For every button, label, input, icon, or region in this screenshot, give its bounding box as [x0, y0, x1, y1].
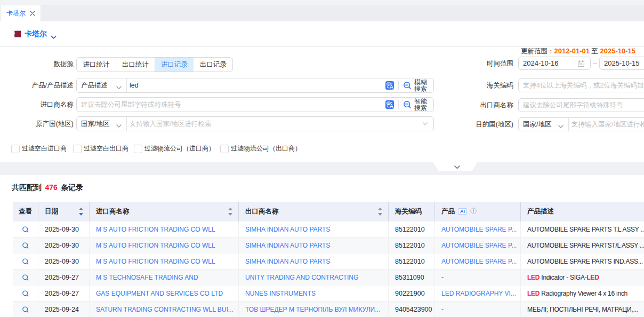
exporter-sorter-icon[interactable] — [378, 207, 382, 217]
exporter-link[interactable]: SIMHA INDIAN AUTO PARTS — [245, 258, 330, 265]
view-record-icon[interactable] — [13, 286, 38, 301]
product-input[interactable] — [127, 79, 385, 92]
collapse-handle[interactable] — [433, 162, 478, 171]
view-record-icon[interactable] — [13, 302, 38, 317]
origin-input[interactable] — [127, 117, 423, 130]
smart-search-icon[interactable] — [403, 100, 412, 109]
data-source-segmented: 进口统计出口统计进口记录出口记录 — [76, 57, 233, 72]
importer-link[interactable]: SATURN TRADING CONTRACTING WLL BUI... — [96, 306, 234, 313]
update-range-label: 更新范围： — [521, 47, 554, 55]
cell-exporter: UNITY TRADING AND CONTRACTING — [239, 270, 389, 286]
table-row: 2025-09-30M S AUTO FRICTION TRADING CO W… — [13, 253, 644, 270]
data-source-option-2[interactable]: 进口记录 — [155, 58, 194, 72]
exporter-link[interactable]: ТОВ ШРЕДЕР М ТЕРНОПІЛЬ ВУЛ МИКУЛИ... — [245, 306, 380, 313]
importer-sorter-icon[interactable] — [228, 207, 232, 217]
product-link[interactable]: AUTOMOBILE SPARE P... — [441, 242, 517, 249]
country-name[interactable]: 卡塔尔 — [25, 29, 47, 39]
product-select-chevron-icon — [116, 84, 122, 91]
translate-icon[interactable] — [385, 100, 394, 109]
destination-type-select[interactable]: 国家/地区 — [519, 118, 569, 131]
col-product: 产品AI — [435, 202, 521, 221]
filter-checkbox-2[interactable]: 过滤物流公司（进口商） — [134, 144, 215, 153]
product-link[interactable]: LED RADIOGRAPHY VI... — [441, 290, 516, 297]
origin-type-select[interactable]: 国家/地区 — [77, 117, 127, 131]
cell-importer: M S AUTO FRICTION TRADING CO WLL — [90, 221, 239, 237]
date-sorter-icon[interactable] — [79, 207, 83, 217]
importer-link[interactable]: M S AUTO FRICTION TRADING CO WLL — [96, 258, 215, 265]
cell-date: 2025-09-30 — [38, 237, 90, 253]
summary-suffix: 条记录 — [61, 183, 83, 192]
date-end-picker[interactable] — [599, 57, 644, 70]
exporter-link[interactable]: NUNES INSTRUMENTS — [245, 290, 316, 297]
table-row: 2025-09-30M S AUTO FRICTION TRADING CO W… — [13, 221, 644, 237]
product-link[interactable]: AUTOMOBILE SPARE P... — [441, 258, 517, 265]
importer-input-group: 智能搜索 — [76, 97, 434, 112]
origin-select-value: 国家/地区 — [81, 120, 109, 129]
tab-close-icon[interactable] — [30, 11, 35, 16]
table-row: 2025-09-24SATURN TRADING CONTRACTING WLL… — [13, 302, 644, 317]
view-record-icon[interactable] — [13, 270, 38, 285]
product-link[interactable]: AUTOMOBILE SPARE P... — [441, 226, 517, 233]
view-record-icon[interactable] — [13, 221, 38, 237]
cell-date: 2025-09-27 — [38, 270, 90, 286]
col-exporter[interactable]: 出口商名称 — [239, 202, 389, 221]
importer-link[interactable]: M S TECHNOSAFE TRADING AND — [96, 274, 198, 281]
col-date[interactable]: 日期 — [38, 202, 90, 221]
destination-input[interactable] — [569, 118, 644, 131]
data-source-option-3[interactable]: 出口记录 — [194, 58, 232, 72]
cell-date: 2025-09-30 — [38, 221, 90, 237]
cell-hs-code: 85122010 — [389, 253, 435, 270]
cell-hs-code: 90221900 — [389, 286, 435, 302]
data-source-option-1[interactable]: 出口统计 — [116, 58, 155, 72]
filter-checkbox-1[interactable]: 过滤空白出口商 — [73, 144, 128, 153]
checkbox-icon[interactable] — [134, 145, 142, 153]
exporter-link[interactable]: SIMHA INDIAN AUTO PARTS — [245, 226, 330, 233]
importer-link[interactable]: M S AUTO FRICTION TRADING CO WLL — [96, 226, 215, 233]
exporter-input[interactable] — [519, 99, 644, 112]
destination-input-group: 国家/地区 — [518, 117, 644, 131]
exporter-box — [518, 98, 644, 112]
checkbox-icon[interactable] — [220, 145, 229, 153]
importer-link[interactable]: M S AUTO FRICTION TRADING CO WLL — [96, 242, 215, 249]
cell-importer: M S AUTO FRICTION TRADING CO WLL — [90, 237, 239, 253]
cell-description: AUTOMOBILE SPARE PARTST/L ASSY ... — [521, 237, 644, 253]
view-record-icon[interactable] — [13, 253, 38, 269]
table-row: 2025-09-27GAS EQUIPMENT AND SERVICES CO … — [13, 286, 644, 302]
checkbox-icon[interactable] — [73, 145, 82, 153]
col-importer[interactable]: 进口商名称 — [90, 202, 239, 221]
exporter-link[interactable]: SIMHA INDIAN AUTO PARTS — [245, 242, 330, 249]
checkbox-icon[interactable] — [11, 145, 20, 153]
product-type-select[interactable]: 产品描述 — [77, 78, 127, 92]
fuzzy-search-label[interactable]: 模糊搜索 — [414, 79, 427, 92]
exporter-link[interactable]: UNITY TRADING AND CONTRACTING — [245, 274, 358, 281]
filter-checkbox-3[interactable]: 过滤物流公司（出口商） — [220, 144, 301, 153]
view-record-icon[interactable] — [13, 237, 38, 253]
filter-checkbox-0[interactable]: 过滤空白进口商 — [11, 144, 67, 153]
date-start-input[interactable] — [519, 58, 577, 69]
fuzzy-search-icon[interactable] — [403, 81, 412, 90]
cell-hs-code: 85122010 — [389, 237, 435, 253]
ai-badge: AI — [458, 208, 467, 215]
checkbox-label: 过滤物流公司（进口商） — [144, 144, 215, 153]
product-input-group: 产品描述 模糊搜索 — [76, 78, 434, 93]
hs-code-input[interactable] — [519, 79, 644, 92]
cell-product: LED RADIOGRAPHY VI... — [435, 286, 521, 302]
info-icon[interactable] — [470, 208, 477, 216]
importer-link[interactable]: GAS EQUIPMENT AND SERVICES CO LTD — [96, 290, 223, 297]
translate-icon[interactable] — [385, 81, 394, 90]
country-chevron-down-icon[interactable] — [51, 32, 57, 42]
tab-qatar[interactable]: 卡塔尔 — [0, 5, 41, 21]
date-end-input[interactable] — [600, 58, 644, 69]
cell-product: AUTOMOBILE SPARE P... — [435, 237, 521, 253]
smart-search-label[interactable]: 智能搜索 — [414, 98, 427, 111]
cell-description: LED Indicator - SIGA-LED — [521, 270, 644, 286]
col-desc: 产品描述 — [521, 202, 644, 221]
page: 卡塔尔 卡塔尔 数据源 产品/产品描述 进口商名称 原产国(地区) 时间范围 海… — [0, 0, 644, 317]
checkbox-label: 过滤物流公司（出口商） — [231, 144, 301, 153]
cell-description: МЕБЛІ; ПОСТІЛЬНІ РЕЧІ, МАТРАЦИ,... — [521, 302, 644, 317]
date-start-picker[interactable] — [518, 57, 591, 70]
cell-importer: GAS EQUIPMENT AND SERVICES CO LTD — [90, 286, 239, 302]
importer-input[interactable] — [77, 98, 385, 111]
cell-date: 2025-09-24 — [38, 302, 90, 317]
data-source-option-0[interactable]: 进口统计 — [77, 58, 116, 72]
